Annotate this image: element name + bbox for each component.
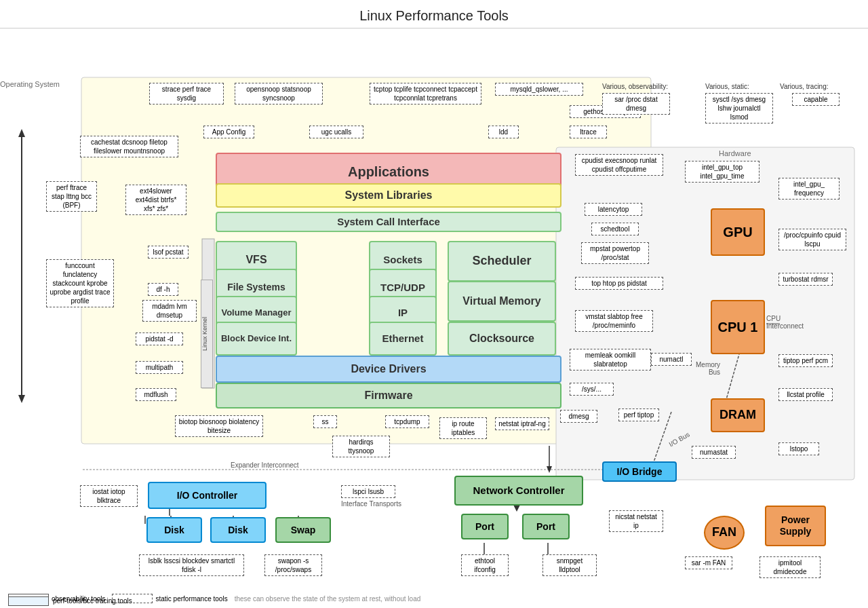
tool-nicstat: nicstat netstat ip — [609, 510, 663, 532]
tool-vmstat: vmstat slabtop free /proc/meminfo — [575, 310, 653, 332]
tool-mysqld: mysqld_qslower, ... — [495, 83, 583, 96]
tool-lsof: lsof pcstat — [148, 246, 189, 259]
io-controller-block: I/O Controller — [148, 482, 267, 509]
tool-swapon: swapon -s /proc/swaps — [264, 554, 322, 576]
tool-ipmitool: ipmitool dmidecode — [760, 556, 821, 578]
port1-block: Port — [461, 514, 509, 539]
tool-mpstat: mpstat powertop /proc/stat — [581, 242, 649, 264]
block-device-block: Block Device Int. — [216, 322, 297, 356]
various-tracing-label: Various, tracing: — [780, 83, 829, 90]
tool-netstat-iptraf: netstat iptraf-ng — [495, 417, 549, 430]
tool-tcpdump: tcpdump — [385, 415, 429, 428]
tool-memleak: memleak oomkill slabratetop — [570, 349, 651, 370]
interface-transports-label: Interface Transports — [341, 500, 401, 508]
disk1-block: Disk — [146, 517, 202, 543]
tool-cpudist: cpudist execsnoop runlat cpudist offcput… — [575, 154, 663, 176]
various-static-label: Various, static: — [705, 83, 749, 90]
tool-funccount: funccount funclatency stackcount kprobe … — [46, 259, 114, 307]
tool-tiptop: tiptop perf pcm — [778, 354, 833, 367]
tool-ldd: ldd — [488, 126, 519, 138]
tool-top-htop: top htop ps pidstat — [575, 277, 663, 290]
tool-opensnoop: opensnoop statsnoop syncsnoop — [235, 83, 323, 104]
tool-sar-fan: sar -m FAN — [685, 556, 732, 569]
tool-multipath: multipath — [136, 361, 183, 374]
tool-schedtool: schedtool — [591, 223, 639, 235]
tool-biotop: biotop biosnoop biolatency bitesize — [175, 415, 263, 437]
system-libraries-block: System Libraries — [216, 183, 561, 208]
port2-block: Port — [522, 514, 570, 539]
svg-marker-5 — [18, 395, 25, 403]
tool-dmesg: dmesg — [560, 410, 597, 423]
system-call-block: System Call Interface — [216, 212, 561, 232]
dram-block: DRAM — [711, 398, 765, 432]
tool-df: df -h — [148, 283, 178, 296]
tool-strace: strace perf trace sysdig — [149, 83, 224, 104]
tool-sar-proc: sar /proc dstat dmesg — [602, 93, 670, 115]
tool-intel-gpu-freq: intel_gpu_ frequency — [778, 178, 840, 200]
ethernet-block: Ethernet — [369, 322, 437, 356]
svg-line-7 — [726, 354, 739, 402]
tool-perf-ftrace: perf ftrace stap lttng bcc (BPF) — [46, 181, 97, 212]
swap-block: Swap — [275, 517, 331, 543]
os-label: Operating System — [0, 80, 60, 88]
tool-ugc: ugc ucalls — [309, 126, 363, 138]
firmware-block: Firmware — [216, 383, 561, 408]
clocksource-block: Clocksource — [448, 322, 556, 356]
legend-static-desc: these can observe the state of the syste… — [235, 595, 421, 603]
tool-lstopo: lstopo — [778, 442, 819, 455]
tool-mdflush: mdflush — [136, 388, 176, 401]
tool-app-config: App Config — [203, 126, 254, 138]
tool-capable: capable — [792, 93, 840, 106]
tool-iostat: iostat iotop blktrace — [80, 485, 138, 507]
tool-intel-gpu-top: intel_gpu_top intel_gpu_time — [685, 161, 760, 183]
svg-marker-4 — [18, 129, 25, 137]
hardware-label: Hardware — [719, 149, 751, 157]
tool-cachestat: cachestat dcsnoop filetop fileslower mou… — [80, 136, 178, 157]
gpu-block: GPU — [711, 208, 765, 256]
various-observability-label: Various, observability: — [602, 83, 668, 90]
tool-pidstat: pidstat -d — [136, 332, 183, 345]
cpu1-block: CPU 1 — [711, 300, 765, 354]
io-bridge-block: I/O Bridge — [602, 461, 677, 482]
io-bus-label: I/O Bus — [667, 430, 690, 448]
tool-snmpget: snmpget lldptool — [542, 554, 597, 576]
power-supply-block: Power Supply — [765, 506, 826, 546]
fan-block: FAN — [704, 516, 745, 550]
tool-ip-route: ip route iptables — [439, 417, 487, 439]
tool-ltrace: ltrace — [570, 126, 607, 138]
legend-static: static performance tools — [155, 595, 227, 603]
tool-ext4slower: ext4slower ext4dist btrfs* xfs* zfs* — [125, 185, 186, 215]
svg-marker-13 — [513, 505, 520, 512]
cpu-interconnect-label: CPU Interconnect — [766, 315, 804, 330]
network-controller-block: Network Controller — [454, 476, 583, 506]
tool-numactl: numactl — [651, 353, 692, 366]
tool-mdadm: mdadm lvm dmsetup — [142, 300, 197, 322]
disk2-block: Disk — [210, 517, 266, 543]
svg-marker-11 — [547, 466, 552, 473]
memory-bus-label: Memory Bus — [696, 361, 720, 376]
tool-sysctl: sysctl /sys dmesg lshw journalctl lsmod — [705, 93, 773, 124]
tool-turbostat: turbostat rdmsr — [778, 273, 833, 286]
tool-sys: /sys/... — [570, 383, 614, 396]
tool-cpuinfo: /proc/cpuinfo cpuid lscpu — [778, 229, 846, 250]
tool-perf-tiptop: perf tiptop — [618, 408, 659, 421]
linux-kernel-label: Linux Kernel — [201, 280, 213, 388]
tool-llcstat: llcstat profile — [778, 388, 833, 401]
virtual-memory-block: Virtual Memory — [448, 281, 556, 322]
tool-numastat: numastat — [692, 446, 736, 459]
legend-tracing: perf-tools/bcc tracing tools — [0, 598, 132, 603]
tool-ss: ss — [313, 415, 337, 428]
scheduler-block: Scheduler — [448, 241, 556, 282]
expander-interconnect-label: Expander Interconnect — [231, 461, 299, 469]
tool-lspci: lspci lsusb — [341, 485, 395, 498]
tool-latencytop: latencytop — [585, 203, 642, 216]
tool-lsblk: lsblk lsscsi blockdev smartctl fdisk -l — [139, 554, 244, 576]
tool-ethtool: ethtool ifconfig — [461, 554, 509, 576]
device-drivers-block: Device Drivers — [216, 356, 561, 383]
tool-hardirqs: hardirqs ttysnoop — [332, 436, 390, 457]
page-title: Linux Performance Tools — [0, 0, 868, 28]
tool-tcptop: tcptop tcplife tcpconnect tcpaccept tcpc… — [370, 83, 481, 104]
